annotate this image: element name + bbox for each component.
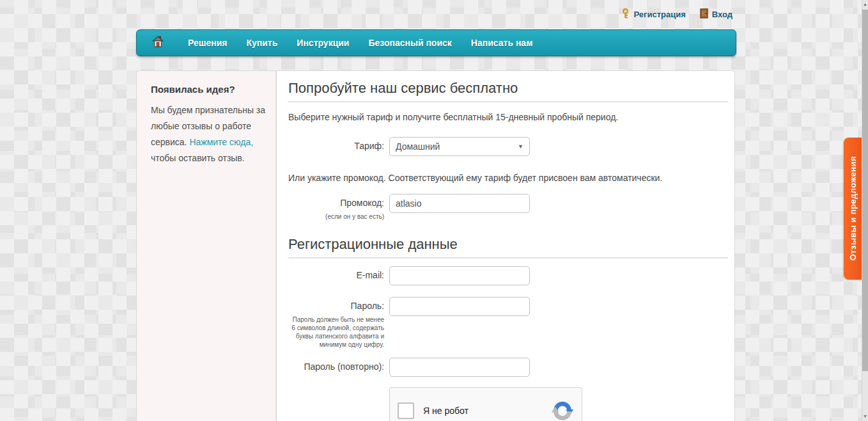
sidebar-text-after: чтобы оставить отзыв. [151, 153, 245, 163]
nav-home-button[interactable] [147, 36, 169, 50]
chevron-down-icon: ▼ [518, 143, 523, 150]
nav-item-contact[interactable]: Написать нам [471, 38, 533, 48]
feedback-link[interactable]: Нажмите сюда, [189, 137, 253, 147]
promo-intro: Или укажите промокод. Соответствующий ем… [288, 171, 728, 184]
register-label: Регистрация [634, 10, 686, 19]
password-repeat-label: Пароль (повторно): [288, 358, 384, 372]
promo-hint: (если он у вас есть) [288, 212, 384, 221]
recaptcha-checkbox[interactable] [398, 402, 414, 419]
sidebar-title: Появилась идея? [151, 84, 265, 95]
tariff-selected-value: Домашний [396, 141, 440, 152]
sidebar-text: Мы будем признательны за любые отзывы о … [151, 102, 271, 166]
recaptcha-logo [551, 398, 574, 421]
password-row: Пароль: Пароль должен быть не менее 6 си… [288, 297, 728, 349]
recaptcha-widget: Я не робот [389, 387, 582, 421]
password-repeat-input[interactable] [389, 358, 530, 377]
registration-section-title: Регистрационные данные [288, 236, 728, 258]
scrollbar-thumb[interactable] [862, 10, 868, 371]
promo-row: Промокод: (если он у вас есть) [288, 194, 728, 221]
login-link[interactable]: Вход [700, 8, 732, 20]
feedback-tab-label: Отзывы и предложения [848, 156, 858, 260]
idea-sidebar: Появилась идея? Мы будем признательны за… [137, 71, 277, 421]
register-link[interactable]: Регистрация [621, 8, 686, 20]
password-label: Пароль: [288, 297, 384, 311]
scroll-down-icon[interactable]: ▼ [862, 412, 868, 421]
content-card: Появилась идея? Мы будем признательны за… [136, 70, 735, 421]
nav-item-manuals[interactable]: Инструкции [297, 38, 349, 48]
promo-input[interactable] [389, 194, 530, 213]
account-links: Регистрация Вход [621, 8, 732, 20]
tariff-row: Тариф: Домашний ▼ [288, 137, 728, 156]
registration-page: { "colors": { "nav_teal": "#1b9fb4", "to… [0, 0, 868, 421]
page-scrollbar[interactable]: ▲ ▼ [862, 0, 868, 421]
nav-item-solutions[interactable]: Решения [188, 38, 227, 48]
key-icon [621, 8, 630, 20]
tariff-select[interactable]: Домашний ▼ [389, 137, 530, 156]
nav-item-safesearch[interactable]: Безопасный поиск [368, 38, 451, 48]
captcha-row: Я не робот [389, 387, 728, 421]
scroll-up-icon[interactable]: ▲ [862, 0, 868, 9]
registration-form: Попробуйте наш сервис бесплатно Выберите… [277, 71, 734, 421]
main-navbar: Решения Купить Инструкции Безопасный пои… [136, 29, 736, 56]
recaptcha-label: Я не робот [423, 406, 469, 416]
home-icon [152, 36, 164, 50]
feedback-tab[interactable]: Отзывы и предложения [844, 138, 862, 280]
password-repeat-row: Пароль (повторно): [288, 358, 728, 377]
email-input[interactable] [389, 266, 530, 285]
tariff-label: Тариф: [288, 137, 384, 151]
door-icon [700, 8, 708, 20]
trial-section-title: Попробуйте наш сервис бесплатно [288, 80, 728, 102]
promo-label: Промокод: [288, 194, 384, 208]
email-row: E-mail: [288, 266, 728, 285]
login-label: Вход [712, 10, 732, 19]
password-hint: Пароль должен быть не менее 6 символов д… [288, 315, 384, 349]
trial-intro: Выберите нужный тариф и получите бесплат… [288, 111, 728, 123]
nav-item-buy[interactable]: Купить [246, 38, 277, 48]
email-label: E-mail: [288, 266, 384, 280]
password-input[interactable] [389, 297, 530, 316]
